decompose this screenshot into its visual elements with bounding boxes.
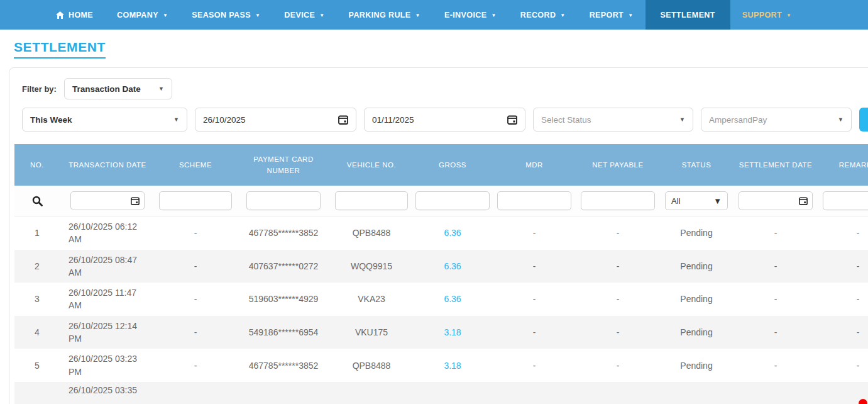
col-header-mdr: MDR xyxy=(493,144,575,186)
provider-select[interactable]: AmpersandPay ▼ xyxy=(701,108,852,132)
nav-item-label: HOME xyxy=(69,11,93,20)
col-header-gross: GROSS xyxy=(412,144,493,186)
col-header-transaction-date: TRANSACTION DATE xyxy=(60,144,155,186)
cell-transaction-date: 26/10/2025 03:23 PM xyxy=(60,349,155,382)
cell-transaction-date: 26/10/2025 08:47 AM xyxy=(60,250,155,283)
nav-item-device[interactable]: DEVICE ▼ xyxy=(272,0,336,30)
nav-item-report[interactable]: REPORT ▼ xyxy=(578,0,646,30)
col-header-scheme: SCHEME xyxy=(155,144,236,186)
cell-transaction-date: 26/10/2025 06:12 AM xyxy=(60,216,155,250)
table-header-row: NO. TRANSACTION DATE SCHEME PAYMENT CARD… xyxy=(14,144,868,186)
search-gross-input[interactable] xyxy=(415,191,490,210)
cell-mdr: - xyxy=(493,225,575,240)
gross-amount-link[interactable]: 6.36 xyxy=(444,294,461,304)
search-remarks-input[interactable] xyxy=(823,191,868,210)
gross-amount-link[interactable]: 6.36 xyxy=(444,228,461,238)
apply-filter-button[interactable] xyxy=(859,108,868,132)
nav-item-label: PARKING RULE xyxy=(349,11,411,20)
gross-amount-link[interactable]: 3.18 xyxy=(444,327,461,337)
search-status-select[interactable]: All ▼ xyxy=(665,191,728,210)
cell-scheme: - xyxy=(155,325,236,340)
period-value: This Week xyxy=(30,115,72,125)
cell-scheme: - xyxy=(155,291,236,306)
col-header-payment-card-number: PAYMENT CARD NUMBER xyxy=(236,144,331,186)
table-row-clipped: 26/10/2025 03:35 xyxy=(14,382,868,404)
chevron-down-icon: ▼ xyxy=(713,196,722,206)
search-vehicle-input[interactable] xyxy=(335,191,408,210)
chevron-down-icon: ▼ xyxy=(628,13,633,18)
nav-item-label: COMPANY xyxy=(117,11,158,20)
cell-remarks: - xyxy=(819,291,868,306)
calendar-icon[interactable] xyxy=(799,196,808,205)
cell-vehicle: QPB8488 xyxy=(331,225,412,240)
col-header-status: STATUS xyxy=(661,144,732,186)
nav-item-label: E-INVOICE xyxy=(444,11,487,20)
nav-item-home[interactable]: HOME xyxy=(44,0,105,30)
nav-item-season-pass[interactable]: SEASON PASS ▼ xyxy=(180,0,272,30)
cell-net-payable: - xyxy=(575,358,661,373)
cell-vehicle: WQQ9915 xyxy=(331,259,412,274)
chevron-down-icon: ▼ xyxy=(560,13,565,18)
cell-transaction-date: 26/10/2025 03:35 xyxy=(60,382,155,400)
calendar-icon[interactable] xyxy=(338,115,348,125)
nav-item-company[interactable]: COMPANY ▼ xyxy=(105,0,180,30)
col-header-no: NO. xyxy=(14,144,60,186)
chevron-down-icon: ▼ xyxy=(319,13,324,18)
nav-item-label: REPORT xyxy=(590,11,624,20)
nav-item-settlement[interactable]: SETTLEMENT xyxy=(646,0,730,30)
nav-item-parking-rule[interactable]: PARKING RULE ▼ xyxy=(337,0,432,30)
col-header-settlement-date: SETTLEMENT DATE xyxy=(732,144,819,186)
filter-by-select[interactable]: Transaction Date ▼ xyxy=(64,78,172,99)
table-row: 3 26/10/2025 11:47 AM - 519603******4929… xyxy=(14,283,868,316)
chevron-down-icon: ▼ xyxy=(158,86,164,92)
date-to-value: 01/11/2025 xyxy=(372,115,414,125)
nav-item-e-invoice[interactable]: E-INVOICE ▼ xyxy=(432,0,508,30)
chevron-down-icon: ▼ xyxy=(255,13,260,18)
cell-scheme: - xyxy=(155,358,236,373)
date-from-input[interactable]: 26/10/2025 xyxy=(195,108,356,132)
cell-remarks: - xyxy=(819,225,868,240)
filter-by-value: Transaction Date xyxy=(72,84,141,94)
filter-by-label: Filter by: xyxy=(22,84,57,94)
cell-no: 5 xyxy=(14,358,60,373)
cell-net-payable: - xyxy=(575,225,661,240)
search-settlement-date-input[interactable] xyxy=(739,191,813,210)
search-transaction-date-input[interactable] xyxy=(70,191,145,210)
cell-vehicle xyxy=(331,382,412,387)
calendar-icon[interactable] xyxy=(131,196,140,205)
search-scheme-input[interactable] xyxy=(159,191,232,210)
status-value xyxy=(661,382,732,387)
home-icon xyxy=(56,11,64,19)
gross-amount-link[interactable]: 3.18 xyxy=(444,361,461,371)
status-select[interactable]: Select Status ▼ xyxy=(533,108,693,132)
page-title: SETTLEMENT xyxy=(14,40,106,59)
col-header-net-payable: NET PAYABLE xyxy=(575,144,661,186)
period-select[interactable]: This Week ▼ xyxy=(22,108,187,132)
nav-item-record[interactable]: RECORD ▼ xyxy=(508,0,578,30)
search-net-payable-input[interactable] xyxy=(581,191,655,210)
search-mdr-input[interactable] xyxy=(497,191,571,210)
cell-settlement-date xyxy=(732,382,819,387)
cell-transaction-date: 26/10/2025 12:14 PM xyxy=(60,316,155,349)
cell-net-payable: - xyxy=(575,291,661,306)
chevron-down-icon: ▼ xyxy=(838,116,843,123)
chevron-down-icon: ▼ xyxy=(491,13,496,18)
cell-scheme xyxy=(155,382,236,387)
status-value: Pending xyxy=(661,325,732,340)
col-header-remarks: REMARKS xyxy=(819,144,868,186)
nav-item-label: SETTLEMENT xyxy=(661,11,715,20)
calendar-icon[interactable] xyxy=(507,115,517,125)
top-navbar: HOME COMPANY ▼ SEASON PASS ▼ DEVICE ▼ PA… xyxy=(0,0,868,30)
cell-no: 4 xyxy=(14,325,60,340)
gross-amount-link[interactable]: 6.36 xyxy=(444,261,461,271)
status-value: Pending xyxy=(661,225,732,240)
search-card-input[interactable] xyxy=(246,191,321,210)
nav-item-support[interactable]: SUPPORT ▼ xyxy=(730,0,804,30)
date-to-input[interactable]: 01/11/2025 xyxy=(364,108,525,132)
status-value: Pending xyxy=(661,259,732,274)
cell-transaction-date: 26/10/2025 11:47 AM xyxy=(60,283,155,316)
table-row: 5 26/10/2025 03:23 PM - 467785******3852… xyxy=(14,349,868,382)
cell-card: 467785******3852 xyxy=(236,225,331,240)
table-row: 2 26/10/2025 08:47 AM - 407637******0272… xyxy=(14,250,868,283)
cell-vehicle: VKA23 xyxy=(331,291,412,306)
